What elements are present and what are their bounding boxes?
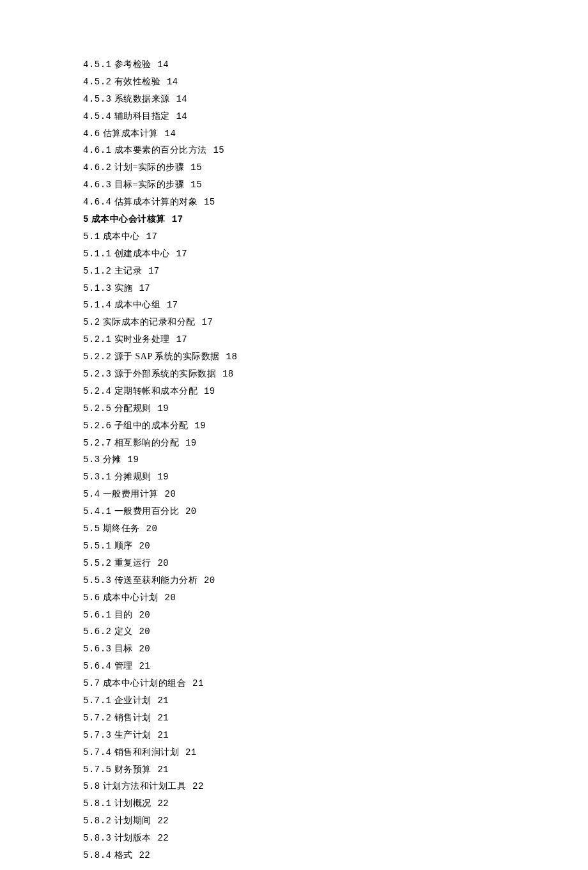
toc-title: 实际成本的记录和分配 (100, 317, 196, 327)
toc-number: 4.5.3 (83, 94, 112, 104)
toc-entry: 4.6.2 计划=实际的步骤 15 (83, 159, 505, 176)
toc-container: 4.5.1 参考检验 144.5.2 有效性检验 144.5.3 系统数据来源 … (83, 56, 505, 864)
toc-page: 17 (143, 266, 160, 276)
toc-entry: 4.6.3 目标=实际的步骤 15 (83, 176, 505, 194)
toc-entry: 5.8.1 计划概况 22 (83, 795, 505, 812)
toc-title: 生产计划 (112, 730, 151, 740)
toc-page: 21 (180, 747, 197, 757)
toc-number: 5.2.3 (83, 369, 112, 379)
toc-title: 分摊 (100, 454, 121, 464)
toc-number: 4.5.2 (83, 77, 112, 87)
toc-page: 17 (171, 249, 188, 259)
toc-page: 15 (185, 180, 202, 190)
toc-title: 计划期间 (112, 816, 151, 825)
toc-number: 5.7 (83, 678, 100, 688)
toc-title: 目标 (112, 644, 133, 653)
toc-page: 14 (152, 59, 169, 70)
toc-page: 18 (217, 369, 234, 379)
toc-entry: 5.1.2 主记录 17 (83, 263, 505, 280)
toc-entry: 5.7.1 企业计划 21 (83, 692, 505, 710)
toc-number: 4.5.4 (83, 111, 112, 121)
toc-number: 5.1.4 (83, 300, 112, 310)
toc-title: 重复运行 (112, 558, 151, 568)
toc-title: 销售和利润计划 (112, 747, 180, 757)
toc-number: 5.6 (83, 593, 100, 603)
toc-title: 计划版本 (112, 833, 151, 843)
toc-title: 源于外部系统的实际数据 (112, 369, 217, 378)
toc-entry: 5.2 实际成本的记录和分配 17 (83, 314, 505, 331)
toc-entry: 5.7.2 销售计划 21 (83, 710, 505, 727)
toc-number: 5.2.1 (83, 334, 112, 345)
toc-page: 22 (152, 816, 169, 826)
toc-entry: 5.2.5 分配规则 19 (83, 400, 505, 417)
toc-title: 传送至获利能力分析 (112, 575, 198, 585)
toc-title: 定义 (112, 626, 133, 636)
toc-number: 5.4.1 (83, 506, 112, 517)
toc-page: 18 (220, 352, 238, 362)
toc-page: 14 (159, 128, 176, 139)
toc-page: 22 (152, 833, 169, 843)
toc-page: 21 (152, 713, 169, 723)
toc-entry: 5.1.4 成本中心组 17 (83, 297, 505, 314)
toc-page: 20 (198, 575, 215, 586)
toc-entry: 5.5.1 顺序 20 (83, 538, 505, 555)
toc-title: 相互影响的分配 (112, 438, 180, 447)
toc-page: 17 (196, 317, 213, 327)
toc-entry: 4.5.2 有效性检验 14 (83, 74, 505, 91)
toc-entry: 5.8.4 格式 22 (83, 847, 505, 864)
toc-entry: 5.6 成本中心计划 20 (83, 589, 505, 607)
toc-number: 5 (83, 214, 89, 224)
toc-entry: 5.8.3 计划版本 22 (83, 830, 505, 847)
toc-number: 5.3 (83, 454, 100, 465)
toc-entry: 4.5.3 系统数据来源 14 (83, 91, 505, 108)
toc-entry: 5.8.2 计划期间 22 (83, 812, 505, 830)
toc-number: 5.3.1 (83, 472, 112, 482)
toc-title: 计划概况 (112, 798, 151, 808)
toc-title: 格式 (112, 850, 133, 860)
toc-title: 成本中心计划的组合 (100, 678, 187, 688)
toc-page: 14 (171, 111, 188, 121)
toc-entry: 5 成本中心会计核算 17 (83, 211, 505, 228)
toc-page: 21 (187, 678, 204, 688)
toc-number: 5.5.1 (83, 541, 112, 551)
toc-page: 22 (187, 781, 204, 791)
toc-entry: 5.2.4 定期转帐和成本分配 19 (83, 383, 505, 400)
toc-title: 参考检验 (112, 59, 151, 69)
toc-entry: 5.2.6 子组中的成本分配 19 (83, 417, 505, 435)
toc-number: 4.6.1 (83, 145, 112, 155)
toc-title: 实施 (112, 283, 133, 293)
toc-page: 21 (152, 765, 169, 775)
toc-page: 15 (185, 162, 202, 173)
toc-entry: 5.6.4 管理 21 (83, 658, 505, 675)
toc-page: 22 (152, 798, 169, 809)
toc-page: 19 (189, 421, 206, 431)
toc-number: 5.1.2 (83, 266, 112, 276)
toc-page: 19 (198, 386, 215, 396)
toc-number: 5.2.2 (83, 352, 112, 362)
toc-title: 销售计划 (112, 713, 151, 722)
toc-title: 目标=实际的步骤 (112, 180, 185, 189)
toc-number: 5.1.1 (83, 249, 112, 259)
toc-page: 20 (134, 541, 151, 551)
toc-entry: 5.7.3 生产计划 21 (83, 727, 505, 744)
toc-entry: 5.2.7 相互影响的分配 19 (83, 435, 505, 452)
toc-number: 5.1.3 (83, 283, 112, 293)
toc-title: 成本中心计划 (100, 593, 159, 602)
toc-title: 期终任务 (100, 524, 140, 533)
toc-title: 成本中心组 (112, 300, 161, 309)
toc-entry: 5.2.1 实时业务处理 17 (83, 331, 505, 348)
toc-title: 计划方法和计划工具 (100, 781, 187, 791)
toc-page: 15 (198, 197, 215, 207)
toc-title: 企业计划 (112, 695, 151, 705)
toc-number: 5.7.4 (83, 747, 112, 757)
toc-page: 20 (141, 524, 158, 534)
toc-number: 5.2.5 (83, 403, 112, 414)
toc-title: 成本中心会计核算 (89, 214, 166, 224)
toc-entry: 5.7.5 财务预算 21 (83, 761, 505, 779)
toc-page: 21 (152, 730, 169, 740)
toc-page: 22 (134, 850, 151, 860)
toc-entry: 5.6.3 目标 20 (83, 641, 505, 658)
toc-entry: 5.8 计划方法和计划工具 22 (83, 778, 505, 795)
toc-number: 5.5.3 (83, 575, 112, 586)
toc-title: 一般费用计算 (100, 489, 159, 499)
